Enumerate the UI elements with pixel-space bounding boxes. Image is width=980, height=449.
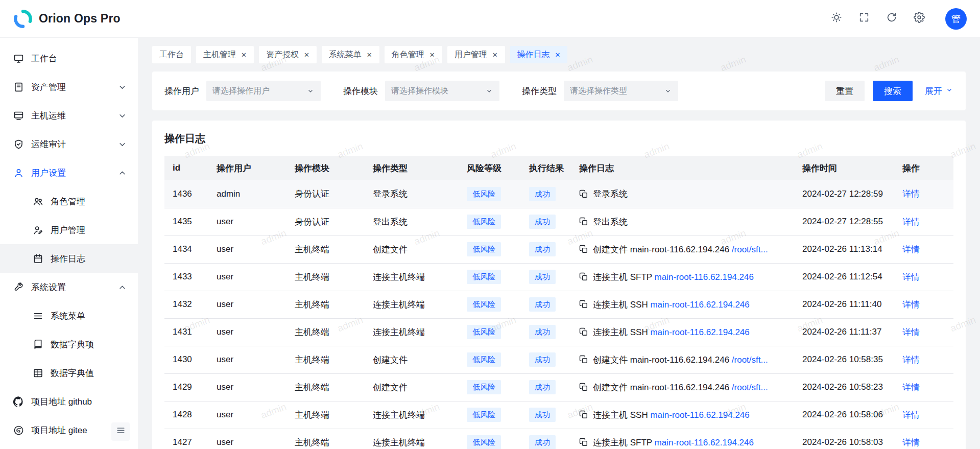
sidebar-item-user-settings[interactable]: 用户设置 (0, 158, 138, 187)
copy-icon[interactable] (579, 355, 588, 364)
sidebar-item-github[interactable]: 项目地址 github (0, 387, 138, 416)
time-cell: 2024-02-26 10:58:03 (794, 429, 894, 449)
tab-system-menu[interactable]: 系统菜单✕ (322, 46, 379, 63)
copy-icon[interactable] (579, 300, 588, 309)
sidebar-item-system-settings[interactable]: 系统设置 (0, 273, 138, 301)
user-cell: user (208, 346, 286, 373)
tab-close-icon[interactable]: ✕ (241, 52, 247, 58)
refresh-button[interactable] (881, 8, 902, 30)
risk-cell: 低风险 (459, 235, 521, 263)
table-row-1436[interactable]: 1436admin身份认证登录系统低风险成功登录系统2024-02-27 12:… (164, 180, 953, 208)
log-cell: 登录系统 (571, 180, 794, 208)
detail-link[interactable]: 详情 (902, 355, 920, 365)
table-row-1429[interactable]: 1429user主机终端创建文件低风险成功创建文件 main-root-116.… (164, 373, 953, 401)
roles-icon (33, 196, 43, 207)
log-link[interactable]: main-root-116.62.194.246 (650, 300, 749, 310)
tab-label: 工作台 (159, 50, 184, 60)
result-badge: 成功 (529, 215, 556, 229)
user-cell: admin (208, 180, 286, 208)
detail-link[interactable]: 详情 (902, 217, 920, 227)
sidebar-item-host-ops[interactable]: 主机运维 (0, 101, 138, 130)
table-row-1435[interactable]: 1435user身份认证登出系统低风险成功登出系统2024-02-27 12:2… (164, 208, 953, 235)
sidebar-item-operation-log[interactable]: 操作日志 (0, 244, 138, 273)
detail-link[interactable]: 详情 (902, 438, 920, 447)
log-link[interactable]: main-root-116.62.194.246 (655, 438, 754, 447)
table-row-1427[interactable]: 1427user主机终端连接主机终端低风险成功连接主机 SFTP main-ro… (164, 429, 953, 449)
table-row-1428[interactable]: 1428user主机终端连接主机终端低风险成功连接主机 SSH main-roo… (164, 401, 953, 429)
copy-icon[interactable] (579, 190, 588, 199)
log-link[interactable]: main-root-116.62.194.246 (655, 272, 754, 282)
sidebar-item-label: 工作台 (31, 53, 128, 64)
log-link[interactable]: main-root-116.62.194.246 (650, 410, 749, 420)
copy-icon[interactable] (579, 272, 588, 281)
detail-link[interactable]: 详情 (902, 245, 920, 254)
tab-close-icon[interactable]: ✕ (304, 52, 309, 58)
risk-badge: 低风险 (467, 187, 501, 202)
settings-button[interactable] (909, 8, 930, 30)
sidebar-item-ops-audit[interactable]: 运维审计 (0, 130, 138, 158)
sidebar-item-user-management[interactable]: 用户管理 (0, 216, 138, 244)
app-root: Orion Ops Pro 管 工作台资产管理主机运维运维审计用户设置角色管理用… (0, 0, 980, 449)
tab-asset-auth[interactable]: 资产授权✕ (259, 46, 317, 63)
risk-cell: 低风险 (459, 291, 521, 318)
app-logo[interactable]: Orion Ops Pro (13, 9, 121, 29)
theme-toggle-button[interactable] (826, 8, 847, 30)
log-cell: 连接主机 SSH main-root-116.62.194.246 (571, 318, 794, 346)
sidebar-item-workbench[interactable]: 工作台 (0, 44, 138, 73)
detail-link[interactable]: 详情 (902, 300, 920, 310)
chevron-down-icon (306, 87, 315, 95)
operate-module-select[interactable]: 请选择操作模块 (385, 81, 499, 101)
tab-role-management[interactable]: 角色管理✕ (385, 46, 442, 63)
tab-close-icon[interactable]: ✕ (555, 52, 561, 58)
tab-user-management[interactable]: 用户管理✕ (447, 46, 505, 63)
tab-close-icon[interactable]: ✕ (492, 52, 498, 58)
filter-actions: 重置 搜索 展开 (825, 81, 953, 101)
detail-link[interactable]: 详情 (902, 327, 920, 337)
sidebar-item-role-management[interactable]: 角色管理 (0, 187, 138, 216)
table-row-1431[interactable]: 1431user主机终端连接主机终端低风险成功连接主机 SSH main-roo… (164, 318, 953, 346)
action-cell: 详情 (894, 373, 953, 401)
sidebar-item-system-menu[interactable]: 系统菜单 (0, 301, 138, 330)
reset-button[interactable]: 重置 (825, 81, 865, 101)
result-cell: 成功 (521, 235, 571, 263)
sidebar-collapse-button[interactable] (111, 422, 130, 441)
copy-icon[interactable] (579, 245, 588, 254)
copy-icon[interactable] (579, 438, 588, 447)
user-avatar[interactable]: 管 (945, 8, 967, 30)
operate-user-select[interactable]: 请选择操作用户 (206, 81, 321, 101)
detail-link[interactable]: 详情 (902, 189, 920, 199)
copy-icon[interactable] (579, 383, 588, 392)
copy-icon[interactable] (579, 410, 588, 419)
sidebar-item-dict-value[interactable]: 数据字典值 (0, 359, 138, 387)
tab-close-icon[interactable]: ✕ (367, 52, 372, 58)
tab-operation-log[interactable]: 操作日志✕ (510, 46, 568, 63)
sidebar-item-asset-management[interactable]: 资产管理 (0, 73, 138, 101)
copy-icon[interactable] (579, 217, 588, 226)
detail-link[interactable]: 详情 (902, 410, 920, 420)
log-link[interactable]: /root/sft... (732, 355, 768, 365)
result-cell: 成功 (521, 318, 571, 346)
log-link[interactable]: /root/sft... (732, 245, 768, 254)
detail-link[interactable]: 详情 (902, 383, 920, 392)
operate-type-select[interactable]: 请选择操作类型 (564, 81, 678, 101)
sidebar-item-label: 资产管理 (31, 81, 110, 93)
copy-icon[interactable] (579, 327, 588, 337)
fullscreen-button[interactable] (853, 8, 875, 30)
log-link[interactable]: /root/sft... (732, 383, 768, 392)
expand-button[interactable]: 展开 (925, 85, 953, 97)
tab-host-management[interactable]: 主机管理✕ (196, 46, 254, 63)
sidebar-item-dict-item[interactable]: 数据字典项 (0, 330, 138, 359)
table-row-1433[interactable]: 1433user主机终端连接主机终端低风险成功连接主机 SFTP main-ro… (164, 263, 953, 291)
table-row-1434[interactable]: 1434user主机终端创建文件低风险成功创建文件 main-root-116.… (164, 235, 953, 263)
search-button[interactable]: 搜索 (873, 81, 913, 101)
tab-workbench[interactable]: 工作台 (152, 46, 191, 63)
log-link[interactable]: main-root-116.62.194.246 (650, 327, 749, 337)
select-placeholder: 请选择操作类型 (570, 86, 627, 97)
table-row-1430[interactable]: 1430user主机终端创建文件低风险成功创建文件 main-root-116.… (164, 346, 953, 373)
time-cell: 2024-02-26 11:11:40 (794, 291, 894, 318)
log-table-body: 1436admin身份认证登录系统低风险成功登录系统2024-02-27 12:… (164, 180, 953, 449)
table-row-1432[interactable]: 1432user主机终端连接主机终端低风险成功连接主机 SSH main-roo… (164, 291, 953, 318)
tab-label: 角色管理 (392, 50, 424, 60)
detail-link[interactable]: 详情 (902, 272, 920, 282)
tab-close-icon[interactable]: ✕ (429, 52, 435, 58)
